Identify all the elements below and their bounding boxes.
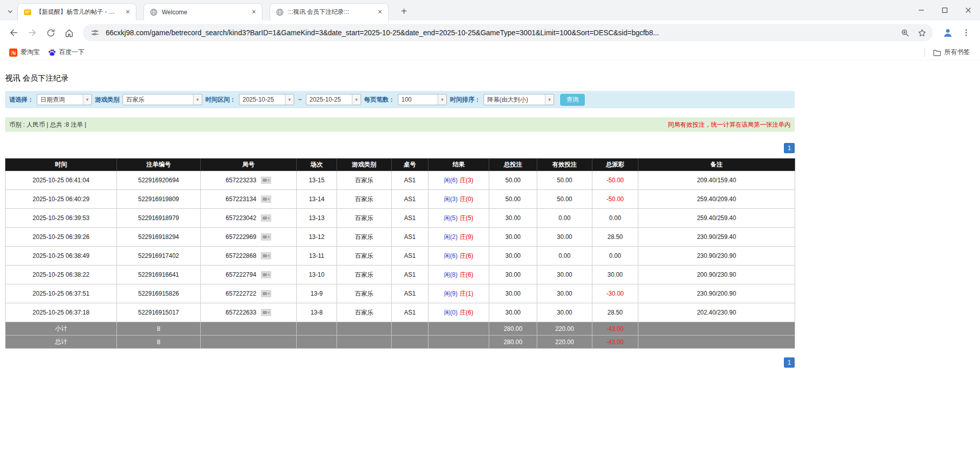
round-number: 657222868 xyxy=(226,252,256,259)
close-button[interactable] xyxy=(957,0,980,20)
cell-total-bet[interactable]: 50.00 xyxy=(489,190,537,209)
bookmark-taobao[interactable]: 淘 爱淘宝 xyxy=(5,46,44,58)
total-total-bet: 280.00 xyxy=(489,335,537,349)
pagination-page-1-bottom[interactable]: 1 xyxy=(784,357,795,368)
tab-close-icon[interactable]: ✕ xyxy=(250,8,258,16)
bookmark-star-icon[interactable] xyxy=(916,27,928,39)
total-row: 总计 8 280.00 220.00 -43.00 xyxy=(6,335,795,349)
home-button[interactable] xyxy=(60,24,78,41)
cell-total-bet[interactable]: 30.00 xyxy=(489,247,537,266)
cell-note: 259.40/259.40 xyxy=(638,209,795,228)
empty-cell xyxy=(297,335,337,349)
menu-icon[interactable] xyxy=(958,24,975,41)
all-bookmarks-button[interactable]: 所有书签 xyxy=(929,46,974,58)
cell-bet-id: 522916918979 xyxy=(117,209,201,228)
address-bar[interactable]: 66cxkj98.com/game/betrecord_search/kind3… xyxy=(83,24,933,41)
cell-table: AS1 xyxy=(392,190,428,209)
chevron-down-icon: ▼ xyxy=(438,94,446,105)
cell-table: AS1 xyxy=(392,228,428,247)
cell-result: 闲(5)庄(5) xyxy=(428,209,489,228)
forward-icon xyxy=(27,28,37,38)
svg-text:淘: 淘 xyxy=(11,50,16,56)
cell-time: 2025-10-25 06:37:51 xyxy=(6,284,117,303)
cell-time: 2025-10-25 06:39:53 xyxy=(6,209,117,228)
tab-bet-records[interactable]: :::视讯 会员下注纪录::: ✕ xyxy=(270,3,389,20)
date-end-select[interactable]: 2025-10-25 ▼ xyxy=(306,94,361,105)
cell-game: 百家乐 xyxy=(337,303,392,322)
forum-favicon xyxy=(23,8,32,16)
new-tab-button[interactable]: + xyxy=(397,4,411,18)
per-page-select[interactable]: 100 ▼ xyxy=(398,94,447,105)
cell-table: AS1 xyxy=(392,209,428,228)
maximize-button[interactable] xyxy=(933,0,957,20)
video-replay-icon[interactable] xyxy=(261,233,271,240)
profile-icon[interactable] xyxy=(939,24,957,41)
tab-welcome[interactable]: Welcome ✕ xyxy=(144,3,262,20)
tab-close-icon[interactable]: ✕ xyxy=(124,8,132,16)
forward-button[interactable] xyxy=(23,24,41,41)
game-type-select[interactable]: 百家乐 ▼ xyxy=(123,94,202,105)
tab-title: 【新提醒】杨雪儿的帖子 - 海... xyxy=(36,8,119,16)
cell-total-bet[interactable]: 50.00 xyxy=(489,171,537,190)
cell-result: 闲(6)庄(3) xyxy=(428,171,489,190)
round-number: 657222794 xyxy=(226,271,256,278)
empty-cell xyxy=(392,335,428,349)
search-button[interactable]: 查询 xyxy=(560,94,585,106)
cell-total-bet[interactable]: 30.00 xyxy=(489,284,537,303)
date-start-select[interactable]: 2025-10-25 ▼ xyxy=(239,94,294,105)
tab-close-icon[interactable]: ✕ xyxy=(376,8,384,16)
cell-round: 657222722 xyxy=(201,284,297,303)
cell-total-bet[interactable]: 30.00 xyxy=(489,303,537,322)
video-replay-icon[interactable] xyxy=(261,309,271,316)
table-row: 2025-10-25 06:39:26 522916918294 6572229… xyxy=(6,228,795,247)
empty-cell xyxy=(337,322,392,335)
result-player: 闲(9) xyxy=(444,290,458,297)
cell-time: 2025-10-25 06:40:29 xyxy=(6,190,117,209)
sort-select[interactable]: 降幕(由大到小) ▼ xyxy=(484,94,554,105)
tab-title: Welcome xyxy=(162,9,246,16)
cell-note: 202.40/230.90 xyxy=(638,303,795,322)
maximize-icon xyxy=(942,7,948,13)
site-info-icon[interactable] xyxy=(89,27,101,39)
header-time: 时间 xyxy=(6,159,117,171)
minimize-button[interactable] xyxy=(910,0,933,20)
cell-round: 657223042 xyxy=(201,209,297,228)
window-controls xyxy=(910,0,980,20)
result-banker: 庄(1) xyxy=(460,290,473,297)
chevron-down-icon xyxy=(7,9,13,15)
sort-label: 时间排序： xyxy=(450,95,481,104)
cell-result: 闲(0)庄(6) xyxy=(428,303,489,322)
video-replay-icon[interactable] xyxy=(261,177,271,184)
result-player: 闲(8) xyxy=(444,271,458,278)
cell-payout: 0.00 xyxy=(592,247,638,266)
cell-total-bet[interactable]: 30.00 xyxy=(489,228,537,247)
video-replay-icon[interactable] xyxy=(261,290,271,297)
result-player: 闲(5) xyxy=(444,214,458,222)
query-type-select[interactable]: 日期查询 ▼ xyxy=(37,94,92,105)
zoom-icon[interactable] xyxy=(899,27,911,39)
cell-bet-id: 522916915826 xyxy=(117,284,201,303)
reload-button[interactable] xyxy=(42,24,59,41)
video-replay-icon[interactable] xyxy=(261,271,271,278)
video-replay-icon[interactable] xyxy=(261,196,271,203)
round-number: 657223134 xyxy=(226,196,256,203)
tab-forum-post[interactable]: 【新提醒】杨雪儿的帖子 - 海... ✕ xyxy=(17,3,136,20)
chevron-down-icon: ▼ xyxy=(193,94,202,105)
subtotal-label: 小计 xyxy=(6,322,117,335)
cell-total-bet[interactable]: 30.00 xyxy=(489,209,537,228)
page-title: 视讯 会员下注纪录 xyxy=(5,60,795,83)
back-button[interactable] xyxy=(5,24,22,41)
close-icon xyxy=(965,7,971,13)
pagination-page-1[interactable]: 1 xyxy=(784,143,795,153)
result-banker: 庄(6) xyxy=(460,309,473,316)
total-payout: -43.00 xyxy=(592,335,638,349)
tab-search-button[interactable] xyxy=(3,3,17,20)
video-replay-icon[interactable] xyxy=(261,214,271,222)
cell-result: 闲(8)庄(6) xyxy=(428,266,489,284)
cell-valid-bet: 30.00 xyxy=(537,284,592,303)
info-note: 同局有效投注，统一计算在该局第一张注单内 xyxy=(668,121,791,129)
cell-total-bet[interactable]: 30.00 xyxy=(489,266,537,284)
cell-round: 657223233 xyxy=(201,171,297,190)
video-replay-icon[interactable] xyxy=(261,252,271,259)
bookmark-baidu[interactable]: 百度一下 xyxy=(44,46,89,58)
